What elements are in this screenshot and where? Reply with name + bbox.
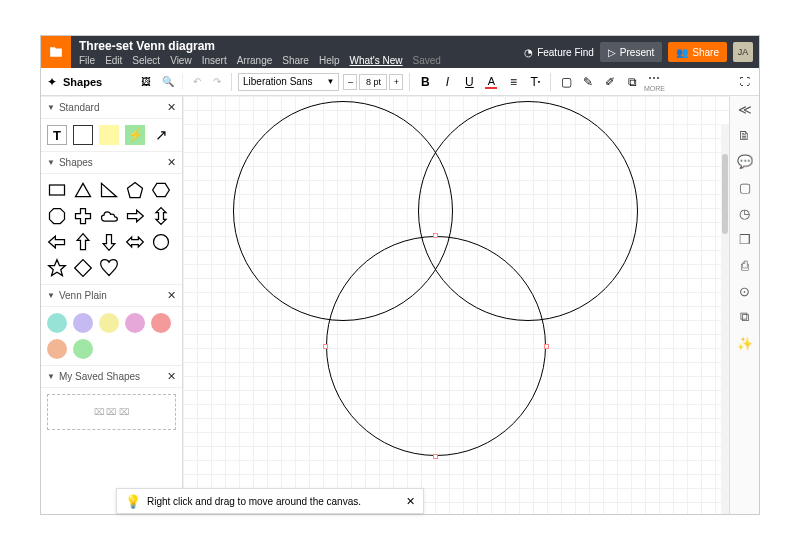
arrow-down-shape[interactable]	[99, 232, 119, 252]
venn-color-swatch[interactable]	[99, 313, 119, 333]
venn-color-swatch[interactable]	[47, 313, 67, 333]
menu-whats-new[interactable]: What's New	[350, 55, 403, 66]
panel-saved-header[interactable]: ▼ My Saved Shapes ✕	[41, 365, 182, 388]
notes-icon[interactable]: 🗎	[736, 126, 754, 144]
font-size[interactable]: 8 pt	[359, 74, 387, 90]
collapse-icon[interactable]: ≪	[736, 100, 754, 118]
arrow-up-shape[interactable]	[73, 232, 93, 252]
chat-icon[interactable]: ⊙	[736, 282, 754, 300]
text-tool[interactable]: T	[47, 125, 67, 145]
logo[interactable]	[41, 36, 71, 68]
menu-insert[interactable]: Insert	[202, 55, 227, 66]
panel-shapes-header[interactable]: ▼ Shapes ✕	[41, 151, 182, 174]
text-color-button[interactable]: A	[482, 73, 500, 91]
arrow-updown-shape[interactable]	[151, 206, 171, 226]
fullscreen-icon[interactable]: ⛶	[737, 74, 753, 90]
block-tool[interactable]	[73, 125, 93, 145]
close-icon[interactable]: ✕	[406, 495, 415, 508]
data-icon[interactable]: ⎙	[736, 256, 754, 274]
more-button[interactable]: ⋯MORE	[645, 73, 663, 91]
history-icon[interactable]: ◷	[736, 204, 754, 222]
tip-toast: 💡 Right click and drag to move around th…	[116, 488, 424, 514]
heart-shape[interactable]	[99, 258, 119, 278]
close-icon[interactable]: ✕	[167, 289, 176, 302]
close-icon[interactable]: ✕	[167, 156, 176, 169]
actions-icon[interactable]: ⧉	[736, 308, 754, 326]
play-icon: ▷	[608, 47, 616, 58]
action-tool[interactable]: ⚡	[125, 125, 145, 145]
svg-rect-0	[50, 185, 65, 195]
canvas[interactable]	[183, 96, 729, 514]
arrow-right-shape[interactable]	[125, 206, 145, 226]
venn-color-swatch[interactable]	[125, 313, 145, 333]
cross-shape[interactable]	[73, 206, 93, 226]
venn-color-swatch[interactable]	[151, 313, 171, 333]
image-icon[interactable]: 🖼	[138, 74, 154, 90]
layers-icon[interactable]: ❒	[736, 230, 754, 248]
cloud-shape[interactable]	[99, 206, 119, 226]
menu-edit[interactable]: Edit	[105, 55, 122, 66]
document-title[interactable]: Three-set Venn diagram	[79, 39, 524, 53]
diamond-shape[interactable]	[73, 258, 93, 278]
selection-handle[interactable]	[433, 454, 438, 459]
right-triangle-shape[interactable]	[99, 180, 119, 200]
close-icon[interactable]: ✕	[167, 370, 176, 383]
chevron-down-icon: ▼	[327, 77, 335, 86]
undo-button[interactable]: ↶	[189, 74, 205, 90]
comments-icon[interactable]: 💬	[736, 152, 754, 170]
size-plus[interactable]: +	[389, 74, 403, 90]
avatar[interactable]: JA	[733, 42, 753, 62]
selection-handle[interactable]	[433, 233, 438, 238]
gear-icon[interactable]: ✦	[47, 75, 57, 89]
menu-help[interactable]: Help	[319, 55, 340, 66]
saved-shapes-drop[interactable]: ⌧ ⌧ ⌧	[47, 394, 176, 430]
panel-standard-header[interactable]: ▼ Standard ✕	[41, 96, 182, 119]
line-color-button[interactable]: ✎	[579, 73, 597, 91]
size-minus[interactable]: –	[343, 74, 357, 90]
selection-handle[interactable]	[544, 344, 549, 349]
venn-color-swatch[interactable]	[47, 339, 67, 359]
menu-arrange[interactable]: Arrange	[237, 55, 273, 66]
triangle-shape[interactable]	[73, 180, 93, 200]
hexagon-shape[interactable]	[151, 180, 171, 200]
rectangle-shape[interactable]	[47, 180, 67, 200]
line-style-button[interactable]: ✐	[601, 73, 619, 91]
note-tool[interactable]	[99, 125, 119, 145]
menu-select[interactable]: Select	[132, 55, 160, 66]
menu-view[interactable]: View	[170, 55, 192, 66]
share-button[interactable]: 👥 Share	[668, 42, 727, 62]
arrow-lr-shape[interactable]	[125, 232, 145, 252]
scrollbar[interactable]	[721, 124, 729, 514]
octagon-shape[interactable]	[47, 206, 67, 226]
copy-style-button[interactable]: ⧉	[623, 73, 641, 91]
menu-file[interactable]: File	[79, 55, 95, 66]
text-style-button[interactable]: T▪	[526, 73, 544, 91]
fill-button[interactable]: ▢	[557, 73, 575, 91]
magic-icon[interactable]: ✨	[736, 334, 754, 352]
menu-share[interactable]: Share	[282, 55, 309, 66]
present-button[interactable]: ▷ Present	[600, 42, 662, 62]
venn-color-swatch[interactable]	[73, 313, 93, 333]
bold-button[interactable]: B	[416, 73, 434, 91]
circle-shape[interactable]	[151, 232, 171, 252]
close-icon[interactable]: ✕	[167, 101, 176, 114]
selection-handle[interactable]	[323, 344, 328, 349]
venn-color-swatch[interactable]	[73, 339, 93, 359]
redo-button[interactable]: ↷	[209, 74, 225, 90]
pentagon-shape[interactable]	[125, 180, 145, 200]
font-select[interactable]: Liberation Sans ▼	[238, 73, 339, 91]
caret-down-icon: ▼	[47, 158, 55, 167]
italic-button[interactable]: I	[438, 73, 456, 91]
titlebar: Three-set Venn diagram File Edit Select …	[41, 36, 759, 68]
align-button[interactable]: ≡	[504, 73, 522, 91]
search-icon[interactable]: 🔍	[160, 74, 176, 90]
feature-find[interactable]: ◔ Feature Find	[524, 47, 594, 58]
present-icon[interactable]: ▢	[736, 178, 754, 196]
venn-circle-3[interactable]	[326, 236, 546, 456]
arrow-left-shape[interactable]	[47, 232, 67, 252]
arrow-tool[interactable]: ↗	[151, 125, 171, 145]
panel-venn-header[interactable]: ▼ Venn Plain ✕	[41, 284, 182, 307]
scroll-thumb[interactable]	[722, 154, 728, 234]
underline-button[interactable]: U	[460, 73, 478, 91]
star-shape[interactable]	[47, 258, 67, 278]
